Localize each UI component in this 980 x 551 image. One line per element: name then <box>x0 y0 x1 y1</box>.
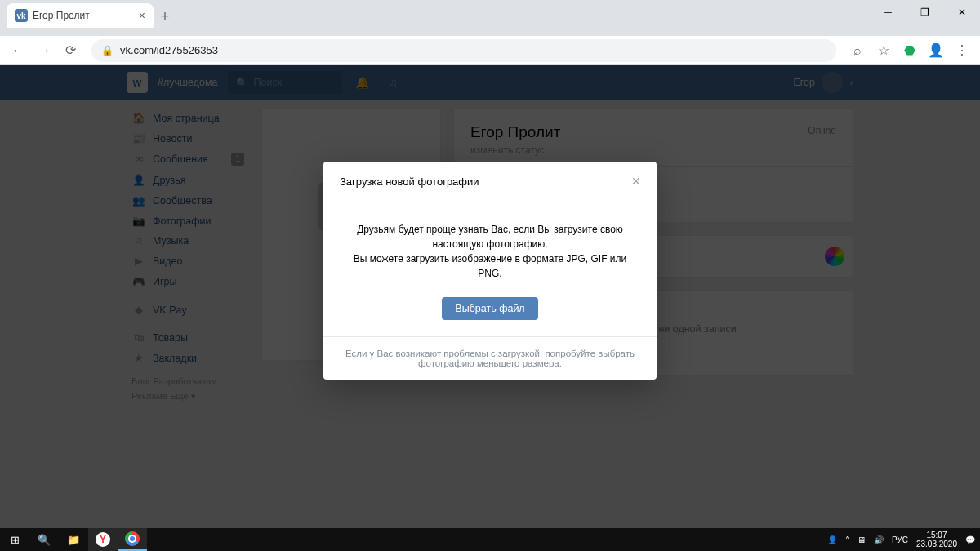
clock-date: 23.03.2020 <box>916 540 957 549</box>
browser-tab[interactable]: vk Егор Пролит × <box>7 3 154 28</box>
shield-icon[interactable]: ⬣ <box>898 39 921 62</box>
browser-tab-strip: vk Егор Пролит × + ─ ❐ ✕ <box>0 0 980 36</box>
select-file-button[interactable]: Выбрать файл <box>442 297 537 320</box>
star-icon[interactable]: ☆ <box>872 39 895 62</box>
window-close-button[interactable]: ✕ <box>943 0 980 24</box>
tray-volume-icon[interactable]: 🔊 <box>874 535 884 544</box>
clock-time: 15:07 <box>916 531 957 540</box>
nav-reload-button[interactable]: ⟳ <box>59 39 82 62</box>
nav-forward-button[interactable]: → <box>33 39 56 62</box>
url-text: vk.com/id275526353 <box>120 44 218 56</box>
tab-title: Егор Пролит <box>33 10 90 21</box>
browser-toolbar: ← → ⟳ 🔒 vk.com/id275526353 ⌕ ☆ ⬣ 👤 ⋮ <box>0 36 980 65</box>
key-icon[interactable]: ⌕ <box>846 39 869 62</box>
tray-up-icon[interactable]: ˄ <box>845 535 849 544</box>
new-tab-button[interactable]: + <box>154 5 176 28</box>
window-maximize-button[interactable]: ❐ <box>906 0 943 24</box>
nav-back-button[interactable]: ← <box>7 39 29 62</box>
vk-favicon: vk <box>15 9 28 22</box>
modal-footer-text: Если у Вас возникают проблемы с загрузко… <box>323 336 657 380</box>
yandex-browser-icon[interactable]: Y <box>88 528 118 551</box>
file-explorer-icon[interactable]: 📁 <box>59 528 88 551</box>
modal-close-icon[interactable]: × <box>631 173 640 190</box>
window-minimize-button[interactable]: ─ <box>870 0 906 24</box>
action-center-icon[interactable]: 💬 <box>965 535 975 544</box>
search-button[interactable]: 🔍 <box>29 528 59 551</box>
lock-icon: 🔒 <box>101 45 114 56</box>
profile-icon[interactable]: 👤 <box>924 39 947 62</box>
tray-people-icon[interactable]: 👤 <box>827 535 837 544</box>
tray-monitor-icon[interactable]: 🖥 <box>858 535 866 544</box>
windows-taskbar: ⊞ 🔍 📁 Y 👤 ˄ 🖥 🔊 РУС 15:07 23.03.2020 💬 <box>0 528 980 551</box>
modal-description: Друзьям будет проще узнать Вас, если Вы … <box>346 222 634 281</box>
tab-close-icon[interactable]: × <box>139 9 145 22</box>
chrome-icon[interactable] <box>118 528 147 551</box>
upload-photo-modal: Загрузка новой фотографии × Друзьям буде… <box>323 162 657 380</box>
modal-title: Загрузка новой фотографии <box>340 176 479 188</box>
menu-icon[interactable]: ⋮ <box>951 39 973 62</box>
taskbar-clock[interactable]: 15:07 23.03.2020 <box>916 531 957 549</box>
address-bar[interactable]: 🔒 vk.com/id275526353 <box>91 39 836 62</box>
start-button[interactable]: ⊞ <box>0 528 29 551</box>
tray-language[interactable]: РУС <box>892 535 908 544</box>
